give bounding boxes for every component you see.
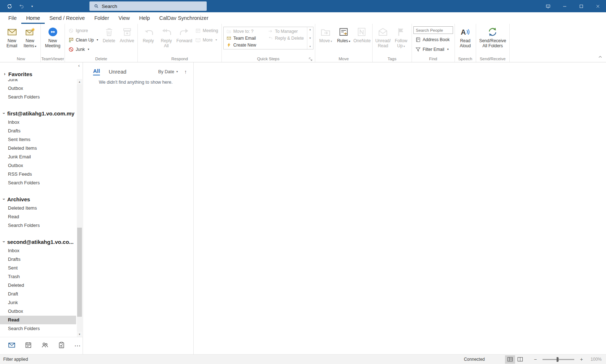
close-button[interactable] bbox=[589, 0, 606, 12]
folder-item-rss-feeds[interactable]: RSS Feeds bbox=[0, 170, 76, 179]
zoom-in-button[interactable]: + bbox=[578, 356, 585, 362]
quick-step-move-to[interactable]: Move to: ? bbox=[224, 28, 265, 35]
folder-item-search-folders-second[interactable]: Search Folders bbox=[0, 324, 76, 333]
people-nav-icon[interactable] bbox=[41, 341, 49, 350]
scrollbar-up-icon[interactable]: ▲ bbox=[77, 79, 82, 84]
address-book-button[interactable]: Address Book bbox=[413, 35, 453, 44]
zoom-slider-thumb[interactable] bbox=[557, 357, 558, 362]
folder-item-trash-second[interactable]: Trash bbox=[0, 272, 76, 281]
meeting-button[interactable]: Meeting bbox=[193, 26, 220, 35]
move-button[interactable]: Move▾ bbox=[317, 25, 335, 55]
gallery-expand-icon[interactable]: ▾ bbox=[309, 45, 311, 48]
customize-toolbar-chevron-icon[interactable]: ▾ bbox=[31, 5, 33, 8]
clean-up-button[interactable]: Clean Up ▾ bbox=[66, 36, 100, 44]
filter-applied-status[interactable]: Filter applied bbox=[0, 357, 28, 362]
search-input[interactable]: Search bbox=[89, 1, 207, 11]
forward-button[interactable]: Forward bbox=[175, 25, 193, 55]
more-nav-icon[interactable]: ⋯ bbox=[74, 342, 81, 350]
quick-step-team-email[interactable]: Team Email bbox=[224, 35, 265, 41]
folder-item-draft-second[interactable]: Draft bbox=[0, 290, 76, 298]
quick-step-reply-delete[interactable]: Reply & Delete bbox=[265, 35, 307, 41]
folder-item-deleted-items-archive[interactable]: Deleted Items bbox=[0, 204, 76, 212]
quick-step-to-manager[interactable]: To Manager bbox=[265, 28, 307, 35]
new-items-button[interactable]: New Items▾ bbox=[21, 25, 39, 55]
tab-folder[interactable]: Folder bbox=[89, 12, 114, 24]
tab-file[interactable]: File bbox=[4, 12, 21, 24]
folder-item-outbox-favorite[interactable]: Outbox bbox=[0, 84, 76, 93]
tab-send-receive[interactable]: Send / Receive bbox=[45, 12, 89, 24]
unread-read-button[interactable]: Unread/ Read bbox=[374, 25, 392, 55]
follow-up-button[interactable]: Follow Up▾ bbox=[392, 25, 410, 55]
favorites-expand-icon[interactable]: › bbox=[3, 71, 6, 76]
filter-tab-all[interactable]: All bbox=[93, 68, 100, 75]
zoom-slider[interactable] bbox=[543, 359, 574, 360]
mail-nav-icon[interactable] bbox=[8, 341, 16, 350]
filter-email-button[interactable]: Filter Email ▾ bbox=[413, 45, 453, 53]
tab-home[interactable]: Home bbox=[21, 12, 45, 24]
folder-item-search-folders[interactable]: Search Folders bbox=[0, 179, 76, 187]
tab-help[interactable]: Help bbox=[135, 12, 155, 24]
filter-tab-unread[interactable]: Unread bbox=[109, 69, 126, 75]
reply-all-button[interactable]: Reply All bbox=[157, 25, 175, 55]
folder-item-junk-email[interactable]: Junk Email bbox=[0, 153, 76, 161]
maximize-button[interactable] bbox=[573, 0, 589, 12]
minimize-button[interactable] bbox=[556, 0, 573, 12]
account-header-second[interactable]: › second@atikahg1.vo.co... bbox=[0, 237, 76, 246]
junk-button[interactable]: Junk ▾ bbox=[66, 45, 100, 53]
account-collapse-icon[interactable]: › bbox=[1, 240, 6, 244]
ribbon-display-options-icon[interactable] bbox=[540, 0, 556, 12]
more-respond-button[interactable]: More ▾ bbox=[193, 36, 220, 44]
scroll-down-icon[interactable]: ▼ bbox=[309, 37, 311, 39]
search-people-input[interactable]: Search People bbox=[413, 26, 453, 34]
scrollbar-thumb[interactable] bbox=[77, 228, 82, 317]
send-receive-all-folders-button[interactable]: Send/Receive All Folders bbox=[478, 25, 508, 55]
zoom-out-button[interactable]: − bbox=[532, 356, 539, 362]
folder-item-drafts[interactable]: Drafts bbox=[0, 127, 76, 135]
folder-item-inbox-second[interactable]: Inbox bbox=[0, 246, 76, 255]
folder-pane-scrollbar[interactable]: ▲ ▼ bbox=[77, 79, 82, 337]
tab-view[interactable]: View bbox=[114, 12, 135, 24]
onenote-button[interactable]: OneNote bbox=[353, 25, 371, 55]
zoom-percentage[interactable]: 100% bbox=[586, 357, 602, 362]
delete-button[interactable]: Delete bbox=[100, 25, 118, 55]
collapse-ribbon-icon[interactable] bbox=[598, 54, 602, 61]
sort-by-date-dropdown[interactable]: By Date ▾ bbox=[158, 69, 178, 74]
quick-step-create-new[interactable]: Create New bbox=[224, 41, 265, 48]
new-email-button[interactable]: New Email bbox=[3, 25, 21, 55]
rules-button[interactable]: Rules▾ bbox=[335, 25, 353, 55]
undo-icon[interactable] bbox=[18, 3, 25, 9]
folder-item-deleted-items[interactable]: Deleted Items bbox=[0, 144, 76, 153]
account-collapse-icon[interactable]: › bbox=[1, 197, 6, 201]
scrollbar-track[interactable] bbox=[77, 84, 82, 332]
folder-item-junk-second[interactable]: Junk bbox=[0, 298, 76, 307]
reading-view-icon[interactable] bbox=[515, 355, 525, 364]
account-header-first[interactable]: › first@atikahg1.vo.com.my bbox=[0, 109, 76, 118]
folder-item-outbox[interactable]: Outbox bbox=[0, 161, 76, 170]
folder-item-search-folders-favorite[interactable]: Search Folders bbox=[0, 93, 76, 101]
reply-button[interactable]: Reply bbox=[139, 25, 157, 55]
folder-item-deleted-second[interactable]: Deleted bbox=[0, 281, 76, 290]
folder-item-inbox[interactable]: Inbox bbox=[0, 118, 76, 127]
new-meeting-button[interactable]: New Meeting bbox=[42, 25, 63, 55]
minimize-folder-pane-icon[interactable]: ‹ bbox=[78, 63, 80, 68]
folder-item-sent-second[interactable]: Sent bbox=[0, 264, 76, 272]
account-collapse-icon[interactable]: › bbox=[1, 111, 6, 115]
account-header-archives[interactable]: › Archives bbox=[0, 194, 76, 204]
normal-view-icon[interactable] bbox=[505, 355, 515, 364]
folder-item-read-archive[interactable]: Read bbox=[0, 212, 76, 221]
sort-ascending-icon[interactable]: ↑ bbox=[184, 69, 187, 75]
tab-caldav-synchronizer[interactable]: CalDav Synchronizer bbox=[155, 12, 213, 24]
ignore-button[interactable]: Ignore bbox=[66, 26, 100, 35]
favorites-header[interactable]: › Favorites bbox=[0, 69, 83, 79]
send-receive-icon[interactable] bbox=[6, 3, 13, 9]
archive-button[interactable]: Archive bbox=[118, 25, 136, 55]
folder-item-outbox-second[interactable]: Outbox bbox=[0, 307, 76, 316]
folder-item-junk-favorite[interactable]: Junk bbox=[0, 79, 76, 84]
calendar-nav-icon[interactable] bbox=[25, 341, 32, 350]
folder-item-read-second-selected[interactable]: Read bbox=[0, 316, 76, 324]
folder-item-sent-items[interactable]: Sent Items bbox=[0, 135, 76, 144]
folder-item-drafts-second[interactable]: Drafts bbox=[0, 255, 76, 264]
folder-item-search-folders-archive[interactable]: Search Folders bbox=[0, 221, 76, 230]
tasks-nav-icon[interactable] bbox=[58, 341, 65, 350]
read-aloud-button[interactable]: Read Aloud bbox=[456, 25, 474, 55]
